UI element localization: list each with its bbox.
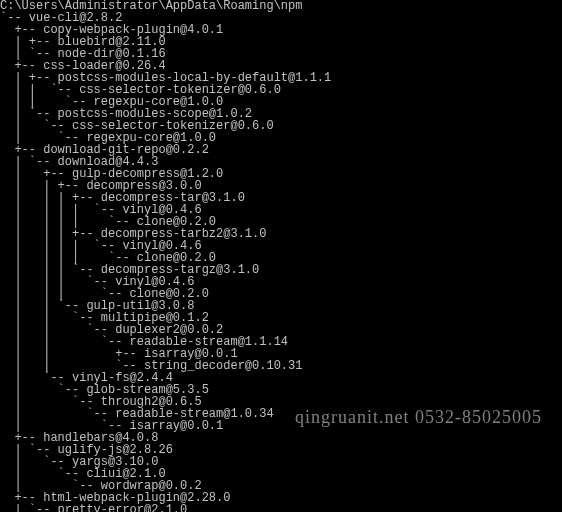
terminal-output: C:\Users\Administrator\AppData\Roaming\n… — [0, 0, 562, 512]
watermark-text: qingruanit.net 0532-85025005 — [295, 408, 542, 426]
terminal-line: | `-- pretty-error@2.1.0 — [0, 504, 562, 512]
